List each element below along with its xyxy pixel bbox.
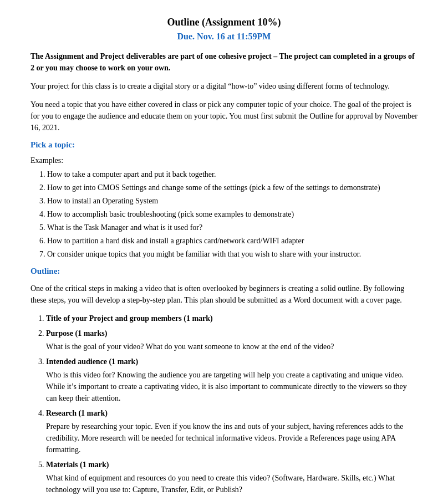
intro-paragraph1: Your project for this class is to create… <box>30 80 418 92</box>
outline-item-title: Materials (1 mark) <box>46 461 109 469</box>
outline-item: Purpose (1 marks)What is the goal of you… <box>46 328 418 352</box>
outline-item-title: Research (1 mark) <box>46 409 108 417</box>
outline-item: Intended audience (1 mark)Who is this vi… <box>46 356 418 404</box>
outline-item: Materials (1 mark)What kind of equipment… <box>46 459 418 495</box>
outline-item-title: Purpose (1 marks) <box>46 329 107 338</box>
page-container: Outline (Assignment 10%) Due. Nov. 16 at… <box>0 0 448 496</box>
example-item: How to take a computer apart and put it … <box>47 168 418 180</box>
intro-paragraph2: You need a topic that you have either co… <box>30 99 418 134</box>
outline-item-title: Title of your Project and group members … <box>46 314 213 323</box>
pick-topic-heading: Pick a topic: <box>30 140 418 150</box>
example-item: How to partition a hard disk and install… <box>47 235 418 247</box>
example-item: How to install an Operating System <box>47 195 418 207</box>
outline-item-desc: Prepare by researching your topic. Even … <box>46 421 418 456</box>
outline-intro: One of the critical steps in making a vi… <box>30 283 418 306</box>
page-title: Outline (Assignment 10%) <box>30 17 418 28</box>
example-item: What is the Task Manager and what is it … <box>47 222 418 233</box>
outline-list: Title of your Project and group members … <box>46 313 418 495</box>
outline-item-desc: Who is this video for? Knowing the audie… <box>46 369 418 404</box>
outline-item-desc: What kind of equipment and resources do … <box>46 472 418 495</box>
example-item: How to accomplish basic troubleshooting … <box>47 208 418 220</box>
outline-heading: Outline: <box>30 267 418 276</box>
outline-item-desc: What is the goal of your video? What do … <box>46 341 418 352</box>
examples-label: Examples: <box>30 156 418 165</box>
due-date: Due. Nov. 16 at 11:59PM <box>30 32 418 42</box>
outline-item: Title of your Project and group members … <box>46 313 418 324</box>
outline-item-title: Intended audience (1 mark) <box>46 357 138 366</box>
examples-list: How to take a computer apart and put it … <box>47 168 418 260</box>
example-item: How to get into CMOS Settings and change… <box>47 182 418 193</box>
example-item: Or consider unique topics that you might… <box>47 248 418 260</box>
intro-bold-paragraph: The Assignment and Project deliverables … <box>30 50 418 74</box>
outline-section: Outline: One of the critical steps in ma… <box>30 267 418 495</box>
outline-item: Research (1 mark)Prepare by researching … <box>46 407 418 456</box>
